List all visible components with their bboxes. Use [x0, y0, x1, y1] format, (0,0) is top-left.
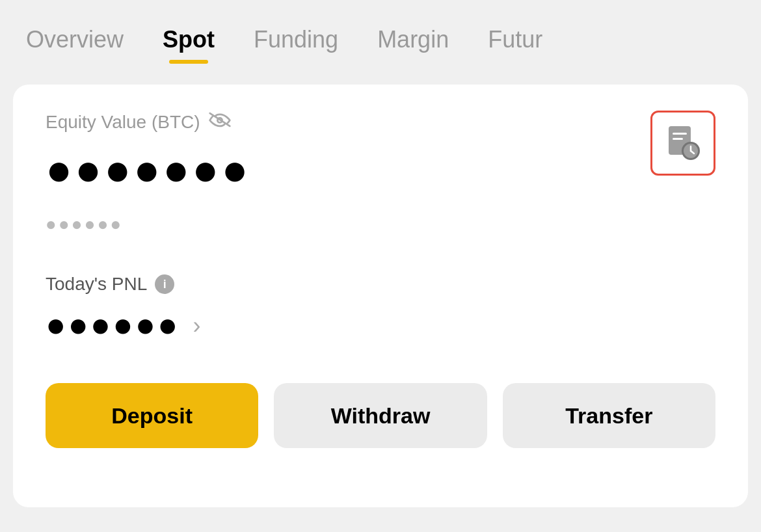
- svg-rect-2: [673, 133, 687, 135]
- equity-label-text: Equity Value (BTC): [46, 112, 200, 133]
- tabs-bar: Overview Spot Funding Margin Futur: [0, 0, 761, 85]
- pnl-section: Today's PNL i ●●●●●● ›: [46, 274, 715, 344]
- pnl-label-text: Today's PNL: [46, 274, 147, 295]
- card-header: Equity Value (BTC) ●●●●●●● ●●●●●●: [46, 111, 715, 267]
- withdraw-button[interactable]: Withdraw: [274, 383, 487, 448]
- eye-slash-icon[interactable]: [208, 111, 232, 133]
- tab-spot[interactable]: Spot: [163, 26, 215, 59]
- action-buttons: Deposit Withdraw Transfer: [46, 383, 715, 448]
- info-icon[interactable]: i: [155, 274, 174, 294]
- equity-sub-value: ●●●●●●: [46, 214, 251, 235]
- deposit-button[interactable]: Deposit: [46, 383, 258, 448]
- tab-funding[interactable]: Funding: [254, 26, 338, 59]
- chevron-right-icon[interactable]: ›: [193, 312, 200, 339]
- transfer-button[interactable]: Transfer: [503, 383, 715, 448]
- report-clock-icon: [663, 124, 702, 163]
- tab-futures[interactable]: Futur: [488, 26, 542, 59]
- tab-margin[interactable]: Margin: [377, 26, 449, 59]
- report-history-button[interactable]: [650, 111, 715, 176]
- equity-label-row: Equity Value (BTC): [46, 111, 251, 133]
- svg-rect-3: [673, 138, 683, 140]
- pnl-value-row: ●●●●●● ›: [46, 305, 715, 344]
- tab-overview[interactable]: Overview: [26, 26, 124, 59]
- spot-card: Equity Value (BTC) ●●●●●●● ●●●●●●: [13, 85, 748, 507]
- pnl-value: ●●●●●●: [46, 305, 180, 344]
- equity-section: Equity Value (BTC) ●●●●●●● ●●●●●●: [46, 111, 251, 267]
- equity-value: ●●●●●●●: [46, 144, 251, 194]
- pnl-label-row: Today's PNL i: [46, 274, 715, 295]
